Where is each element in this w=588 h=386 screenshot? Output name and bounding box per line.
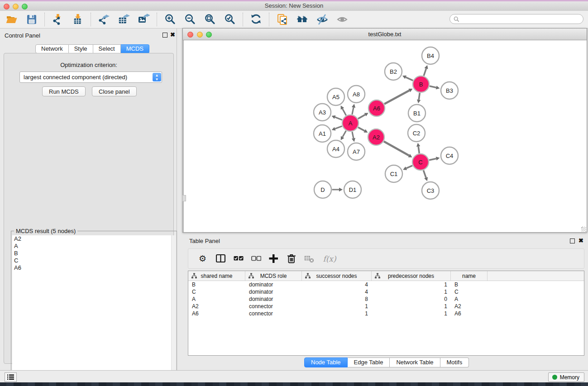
close-panel-button[interactable]: Close panel	[92, 86, 137, 96]
tab-motifs[interactable]: Motifs	[440, 357, 469, 367]
criterion-dropdown[interactable]: largest connected component (directed) ▲…	[19, 71, 162, 83]
svg-text:A1: A1	[319, 130, 326, 137]
mcds-result-item[interactable]: B	[12, 250, 176, 257]
add-column-button[interactable]	[267, 252, 281, 266]
application-window: Session: New Session Control Panel ✖ Net…	[0, 0, 588, 386]
list-scrollbar[interactable]	[171, 235, 176, 386]
float-table-panel-icon[interactable]	[570, 238, 575, 243]
zoom-fit-button[interactable]	[202, 12, 218, 27]
mcds-result-item[interactable]: A	[12, 243, 176, 250]
search-field[interactable]	[449, 14, 583, 24]
graph-node-C[interactable]: C	[412, 154, 429, 170]
tab-node-table[interactable]: Node Table	[304, 357, 348, 367]
toolbar-separator	[269, 13, 270, 26]
table-row[interactable]: A6connector11A6	[188, 310, 584, 317]
column-label: shared name	[201, 273, 232, 279]
task-history-button[interactable]	[5, 372, 17, 382]
graph-node-C4[interactable]: C4	[441, 147, 458, 164]
memory-button[interactable]: Memory	[548, 372, 584, 382]
table-row[interactable]: Adominator80A	[188, 295, 584, 303]
graph-node-B[interactable]: B	[413, 76, 429, 92]
search-icon	[454, 16, 459, 22]
export-network-button[interactable]	[96, 12, 112, 27]
graph-node-C3[interactable]: C3	[422, 182, 439, 199]
titlebar-top-edge	[0, 0, 588, 1]
graph-node-B2[interactable]: B2	[385, 63, 402, 80]
zoom-out-button[interactable]	[182, 12, 198, 27]
delete-column-button[interactable]	[285, 252, 298, 266]
graph-node-A3[interactable]: A3	[314, 104, 331, 121]
tab-network[interactable]: Network	[35, 44, 69, 53]
graph-node-B4[interactable]: B4	[422, 47, 439, 64]
graph-node-A5[interactable]: A5	[327, 88, 344, 105]
table-row[interactable]: Bdominator41B	[188, 281, 584, 288]
close-panel-icon[interactable]: ✖	[170, 32, 175, 38]
graph-node-B1[interactable]: B1	[408, 105, 425, 122]
graph-node-D[interactable]: D	[314, 181, 331, 198]
graph-node-A7[interactable]: A7	[348, 143, 365, 160]
tab-edge-table[interactable]: Edge Table	[348, 357, 390, 367]
zoom-selected-button[interactable]	[222, 12, 238, 27]
column-type-icon	[375, 273, 380, 279]
graph-node-A4[interactable]: A4	[327, 140, 344, 157]
delete-table-button[interactable]	[302, 252, 316, 266]
column-header-predecessor-nodes[interactable]: predecessor nodes	[372, 271, 451, 281]
table-settings-button[interactable]: ⚙	[196, 252, 210, 266]
export-image-icon	[138, 14, 150, 25]
table-cell: dominator	[245, 296, 302, 302]
column-header-shared-name[interactable]: shared name	[188, 271, 245, 281]
deselect-all-button[interactable]	[249, 252, 263, 266]
open-session-button[interactable]	[4, 12, 20, 27]
import-table-button[interactable]	[70, 12, 86, 27]
network-graph: B4 B2 B B3 A5 A8 A6 B1 A3 A C2 A1 A2 A4 …	[184, 40, 587, 232]
graph-node-D1[interactable]: D1	[344, 181, 361, 198]
graph-node-A1[interactable]: A1	[314, 125, 331, 142]
mcds-result-item[interactable]: A2	[12, 235, 176, 243]
search-input[interactable]	[459, 15, 583, 23]
session-title: Session: New Session	[0, 2, 588, 9]
save-session-button[interactable]	[24, 12, 40, 27]
mcds-result-item[interactable]: C	[12, 257, 176, 264]
tab-style[interactable]: Style	[69, 44, 93, 53]
column-header-name[interactable]: name	[451, 271, 488, 281]
function-builder-button[interactable]: f(x)	[320, 252, 339, 266]
home-button[interactable]	[294, 12, 311, 27]
graph-node-B3[interactable]: B3	[441, 82, 458, 99]
graph-node-A2[interactable]: A2	[368, 129, 384, 145]
table-row[interactable]: Cdominator41C	[188, 288, 584, 295]
run-mcds-button[interactable]: Run MCDS	[42, 86, 86, 96]
table-row[interactable]: A2connector11A2	[188, 303, 584, 310]
mcds-result-list[interactable]: A2ABCA6	[12, 235, 176, 386]
graph-node-A8[interactable]: A8	[348, 86, 365, 103]
table-cell: dominator	[245, 289, 302, 295]
table-panel-title: Table Panel	[189, 238, 220, 244]
zoom-in-button[interactable]	[162, 12, 178, 27]
tab-mcds[interactable]: MCDS	[121, 44, 149, 53]
graph-node-C1[interactable]: C1	[385, 165, 402, 182]
graph-node-A[interactable]: A	[342, 115, 359, 131]
toggle-panel-mode-button[interactable]	[214, 252, 228, 266]
resize-grip-icon[interactable]	[581, 227, 586, 232]
show-graphics-details-button[interactable]	[334, 12, 350, 27]
float-panel-icon[interactable]	[163, 33, 167, 38]
graph-node-A6[interactable]: A6	[368, 100, 385, 116]
select-all-button[interactable]	[232, 252, 245, 266]
close-table-panel-icon[interactable]: ✖	[578, 238, 583, 243]
hide-graphics-details-button[interactable]	[314, 12, 330, 27]
graph-node-C2[interactable]: C2	[408, 124, 425, 142]
tab-network-table[interactable]: Network Table	[390, 357, 440, 367]
column-header-successor-nodes[interactable]: successor nodes	[302, 271, 372, 281]
column-label: name	[462, 273, 476, 279]
tab-select[interactable]: Select	[93, 44, 121, 53]
refresh-button[interactable]	[248, 12, 264, 27]
network-window-titlebar[interactable]: testGlobe.txt	[183, 29, 587, 40]
import-network-button[interactable]	[50, 12, 66, 27]
export-table-button[interactable]	[116, 12, 132, 27]
node-table[interactable]: shared name MCDS role successor nodes pr…	[188, 271, 584, 356]
export-image-button[interactable]	[136, 12, 152, 27]
mcds-result-item[interactable]: A6	[12, 264, 176, 272]
window-edge-handle[interactable]	[182, 195, 186, 201]
network-canvas[interactable]: B4 B2 B B3 A5 A8 A6 B1 A3 A C2 A1 A2 A4 …	[183, 40, 587, 233]
column-header-MCDS-role[interactable]: MCDS role	[245, 271, 302, 281]
new-network-from-file-button[interactable]	[274, 12, 291, 27]
